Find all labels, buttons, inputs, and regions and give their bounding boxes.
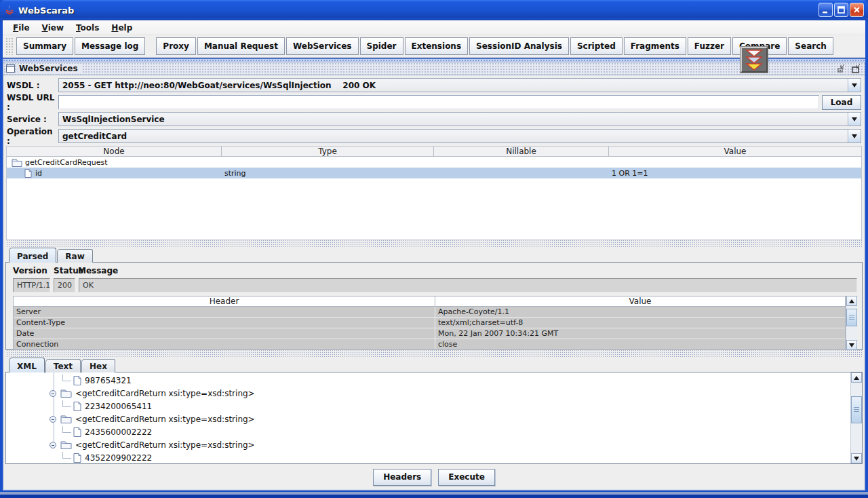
scroll-up-button[interactable] xyxy=(846,296,857,306)
tab-text[interactable]: Text xyxy=(45,359,81,372)
menu-bar: File View Tools Help xyxy=(3,20,865,35)
operation-combobox-arrow-button[interactable] xyxy=(848,130,861,142)
tree-leaf[interactable]: 4352209902222 xyxy=(6,451,850,463)
execute-button[interactable]: Execute xyxy=(438,469,495,486)
table-row[interactable]: Server Apache-Coyote/1.1 xyxy=(14,307,845,318)
column-header-nillable[interactable]: Nillable xyxy=(434,147,609,156)
toolbar-fragments-button[interactable]: Fragments xyxy=(624,37,686,55)
webservices-frame: WebServices xyxy=(3,62,865,491)
toolbar-summary-button[interactable]: Summary xyxy=(16,37,73,55)
load-button[interactable]: Load xyxy=(822,95,861,110)
column-header-header[interactable]: Header xyxy=(14,296,435,306)
splitter-handle[interactable] xyxy=(6,350,862,357)
table-row-selected[interactable]: id string 1 OR 1=1 xyxy=(7,168,861,178)
tree-leaf-label: 987654321 xyxy=(85,376,132,385)
header-value: close xyxy=(435,339,460,349)
frame-iconify-button[interactable] xyxy=(836,64,848,74)
xml-panel: 987654321 <getCreditCardReturn xsi:type=… xyxy=(5,372,863,464)
wsdl-combobox-value: 2055 - GET http://neo:80/WebGoat/service… xyxy=(59,79,848,92)
wsdl-url-input[interactable] xyxy=(58,95,819,109)
response-tabs: Parsed Raw xyxy=(5,247,863,262)
scrollbar-thumb[interactable] xyxy=(846,309,857,326)
table-row[interactable]: Content-Type text/xml;charset=utf-8 xyxy=(14,318,845,328)
tree-connector xyxy=(62,400,71,407)
minimize-button[interactable] xyxy=(818,3,833,17)
menu-file-rest: ile xyxy=(18,23,29,33)
node-name: getCreditCardRequest xyxy=(25,158,108,167)
toolbar-proxy-button[interactable]: Proxy xyxy=(156,37,196,55)
node-nillable xyxy=(434,157,609,168)
service-combobox-arrow-button[interactable] xyxy=(848,113,861,126)
header-name: Connection xyxy=(14,339,435,349)
headers-table-scrollbar[interactable] xyxy=(846,296,857,350)
tree-node-label: <getCreditCardReturn xsi:type=xsd:string… xyxy=(75,415,255,424)
headers-table: Header Value Server Apache-Coyote/1.1 Co… xyxy=(13,296,846,350)
scroll-up-button[interactable] xyxy=(851,372,862,383)
tree-expand-handle[interactable] xyxy=(50,442,56,448)
header-name: Server xyxy=(14,307,435,317)
column-header-value[interactable]: Value xyxy=(609,147,861,156)
table-row[interactable]: Connection close xyxy=(14,339,845,349)
tree-leaf[interactable]: 987654321 xyxy=(6,374,850,387)
toolbar-fuzzer-button[interactable]: Fuzzer xyxy=(688,37,731,55)
scrollbar-thumb[interactable] xyxy=(851,396,862,423)
toolbar-search-button[interactable]: Search xyxy=(788,37,833,55)
status-field: 200 xyxy=(54,278,75,292)
column-header-node[interactable]: Node xyxy=(7,147,222,156)
menu-help[interactable]: Help xyxy=(105,22,138,34)
frame-restore-button[interactable] xyxy=(850,64,862,74)
column-header-type[interactable]: Type xyxy=(222,147,434,156)
tab-hex[interactable]: Hex xyxy=(81,359,115,372)
table-row[interactable]: getCreditCardRequest xyxy=(7,157,861,168)
headers-button[interactable]: Headers xyxy=(373,469,431,486)
scrollbar-track[interactable] xyxy=(846,306,857,340)
tab-xml[interactable]: XML xyxy=(9,358,45,372)
tree-expand-handle[interactable] xyxy=(50,390,56,397)
header-value: text/xml;charset=utf-8 xyxy=(435,318,526,328)
xml-scrollbar[interactable] xyxy=(850,372,862,463)
node-value xyxy=(609,157,861,168)
menu-view[interactable]: View xyxy=(36,22,70,34)
chevron-overlay-button[interactable] xyxy=(741,47,768,73)
folder-icon xyxy=(60,389,72,398)
tree-expand-handle[interactable] xyxy=(50,416,56,423)
menu-view-mnemonic: V xyxy=(42,23,48,33)
header-value: Apache-Coyote/1.1 xyxy=(435,307,512,317)
tab-raw[interactable]: Raw xyxy=(57,249,92,263)
toolbar-grip[interactable] xyxy=(5,37,14,55)
tree-leaf-label: 2435600002222 xyxy=(85,427,152,437)
tree-node[interactable]: <getCreditCardReturn xsi:type=xsd:string… xyxy=(6,438,850,451)
toolbar-webservices-button[interactable]: WebServices xyxy=(286,37,359,55)
menu-file[interactable]: File xyxy=(7,22,36,34)
toolbar-extensions-button[interactable]: Extensions xyxy=(405,37,469,55)
toolbar-message-log-button[interactable]: Message log xyxy=(75,37,145,55)
toolbar-scripted-button[interactable]: Scripted xyxy=(570,37,623,55)
tree-leaf[interactable]: 2234200065411 xyxy=(6,400,850,413)
toolbar-sessionid-analysis-button[interactable]: SessionID Analysis xyxy=(469,37,569,55)
maximize-button[interactable] xyxy=(834,3,848,17)
table-row[interactable]: Date Mon, 22 Jan 2007 10:34:21 GMT xyxy=(14,328,845,339)
scroll-down-button[interactable] xyxy=(851,453,862,463)
scroll-down-button[interactable] xyxy=(846,340,857,350)
chevron-down-icon xyxy=(852,134,857,141)
wsdl-combobox-arrow-button[interactable] xyxy=(848,79,861,92)
triangle-down-icon xyxy=(849,343,854,350)
wsdl-combobox[interactable]: 2055 - GET http://neo:80/WebGoat/service… xyxy=(58,78,861,92)
tree-leaf[interactable]: 2435600002222 xyxy=(6,425,850,438)
tab-parsed[interactable]: Parsed xyxy=(9,248,56,263)
toolbar-manual-request-button[interactable]: Manual Request xyxy=(197,37,285,55)
content-tabs: XML Text Hex xyxy=(5,357,863,372)
operation-combobox[interactable]: getCreditCard xyxy=(58,129,861,143)
service-combobox-value: WsSqlInjectionService xyxy=(59,113,848,126)
menu-tools[interactable]: Tools xyxy=(70,22,105,34)
tree-node-label: <getCreditCardReturn xsi:type=xsd:string… xyxy=(75,389,255,398)
column-header-value[interactable]: Value xyxy=(435,296,845,306)
toolbar-spider-button[interactable]: Spider xyxy=(360,37,403,55)
service-combobox[interactable]: WsSqlInjectionService xyxy=(58,112,861,126)
tree-node[interactable]: <getCreditCardReturn xsi:type=xsd:string… xyxy=(6,413,850,425)
tree-node[interactable]: <getCreditCardReturn xsi:type=xsd:string… xyxy=(6,387,850,400)
close-button[interactable] xyxy=(850,3,864,17)
version-field: HTTP/1.1 xyxy=(13,278,50,292)
scrollbar-track[interactable] xyxy=(851,383,862,453)
splitter-handle[interactable] xyxy=(6,240,862,247)
